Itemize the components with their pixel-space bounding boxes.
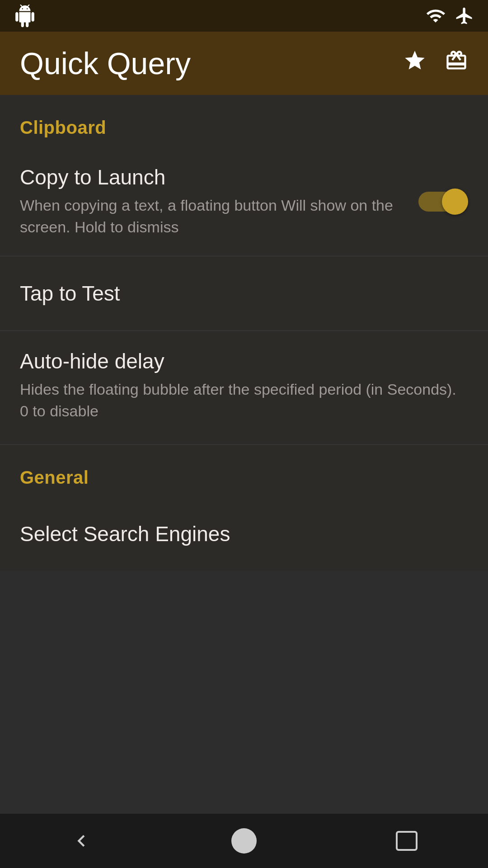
auto-hide-desc: Hides the floating bubble after the spec… [20,379,468,422]
android-icon [14,5,36,27]
home-button[interactable] [217,823,271,859]
auto-hide-title: Auto-hide delay [20,349,468,373]
auto-hide-delay-item[interactable]: Auto-hide delay Hides the floating bubbl… [0,331,488,445]
clipboard-section-header: Clipboard [0,95,488,147]
app-bar: Quick Query [0,32,488,95]
recents-icon [396,831,418,851]
copy-to-launch-item[interactable]: Copy to Launch When copying a text, a fl… [0,147,488,256]
airplane-icon [455,6,474,26]
select-search-engines-item[interactable]: Select Search Engines [0,497,488,571]
app-title: Quick Query [20,46,191,81]
back-button[interactable] [54,823,108,859]
nav-bar [0,814,488,868]
back-icon [70,829,93,853]
select-search-engines-title: Select Search Engines [20,522,468,546]
toggle-thumb [442,189,468,215]
status-bar-left [14,5,36,27]
content: Clipboard Copy to Launch When copying a … [0,95,488,571]
copy-to-launch-text: Copy to Launch When copying a text, a fl… [20,165,418,238]
tap-to-test-item[interactable]: Tap to Test [0,256,488,331]
recents-button[interactable] [380,823,434,859]
general-section-header: General [0,445,488,497]
tap-to-test-title: Tap to Test [20,281,468,306]
copy-to-launch-toggle[interactable] [418,188,468,215]
copy-to-launch-title: Copy to Launch [20,165,405,189]
home-icon [231,828,257,854]
wifi-icon [426,6,446,26]
status-bar [0,0,488,32]
edit-icon[interactable] [403,49,427,78]
copy-to-launch-desc: When copying a text, a floating button W… [20,195,405,238]
app-bar-actions [403,49,468,78]
gift-icon[interactable] [445,49,468,78]
status-bar-right [426,6,474,26]
